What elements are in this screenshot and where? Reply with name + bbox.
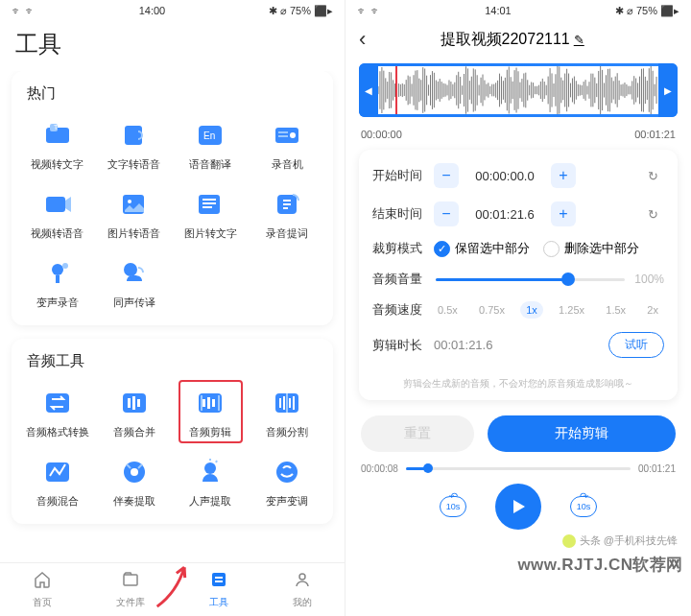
nav-tools[interactable]: 工具 bbox=[209, 570, 228, 609]
svg-point-42 bbox=[204, 462, 216, 474]
svg-point-41 bbox=[131, 468, 138, 476]
prompter-icon bbox=[270, 187, 304, 222]
svg-rect-16 bbox=[203, 206, 212, 208]
profile-icon bbox=[293, 570, 312, 594]
svg-point-48 bbox=[299, 574, 305, 580]
forward-10s-button[interactable]: 10s↷ bbox=[570, 496, 597, 517]
speed-option[interactable]: 1.5x bbox=[600, 301, 631, 319]
svg-point-43 bbox=[276, 462, 298, 483]
tool-prompter[interactable]: 录音提词 bbox=[249, 181, 325, 247]
trim-handle-left[interactable]: ◀ bbox=[359, 63, 378, 117]
preview-button[interactable]: 试听 bbox=[608, 332, 664, 358]
section-card: 音频工具音频格式转换音频合并音频剪辑音频分割音频混合伴奏提取人声提取变声变调 bbox=[12, 339, 333, 524]
back-button[interactable]: ‹ bbox=[359, 27, 366, 52]
tool-video-to-text[interactable]: T视频转文字 bbox=[19, 112, 96, 178]
rewind-10s-button[interactable]: 10s↶ bbox=[440, 496, 466, 517]
tool-label: 视频转语音 bbox=[31, 226, 83, 241]
svg-rect-47 bbox=[215, 580, 223, 582]
nav-label: 我的 bbox=[293, 596, 312, 609]
svg-rect-14 bbox=[203, 199, 216, 201]
tool-label: 视频转文字 bbox=[31, 157, 83, 172]
reset-button[interactable]: 重置 bbox=[361, 415, 474, 452]
tool-audio-convert[interactable]: 音频格式转换 bbox=[19, 380, 96, 445]
speed-option[interactable]: 0.75x bbox=[473, 301, 511, 319]
tool-audio-merge[interactable]: 音频合并 bbox=[96, 380, 173, 445]
tool-accompaniment[interactable]: 伴奏提取 bbox=[96, 449, 173, 514]
nav-files[interactable]: 文件库 bbox=[116, 570, 145, 609]
tool-label: 音频合并 bbox=[113, 425, 155, 439]
wifi-icon: ᯤ ᯤ bbox=[357, 5, 381, 16]
volume-value: 100% bbox=[634, 272, 664, 286]
svg-rect-15 bbox=[203, 202, 216, 204]
start-time-plus[interactable]: + bbox=[551, 163, 576, 188]
tool-audio-mix[interactable]: 音频混合 bbox=[19, 449, 96, 514]
interpret-icon bbox=[117, 256, 152, 291]
svg-rect-19 bbox=[56, 275, 60, 283]
tool-video-to-audio[interactable]: 视频转语音 bbox=[19, 181, 96, 247]
volume-slider[interactable] bbox=[436, 278, 625, 281]
nav-home[interactable]: 首页 bbox=[33, 570, 52, 609]
tool-image-to-audio[interactable]: 图片转语音 bbox=[96, 181, 173, 247]
progress-total: 00:01:21 bbox=[638, 463, 676, 474]
recorder-icon bbox=[270, 118, 304, 153]
end-time-label: 结束时间 bbox=[372, 205, 426, 223]
trim-handle-right[interactable]: ▶ bbox=[658, 63, 678, 117]
svg-rect-8 bbox=[278, 131, 288, 133]
tool-label: 录音机 bbox=[272, 157, 303, 172]
tool-pitch-shift[interactable]: 变声变调 bbox=[249, 449, 325, 514]
tool-voice-translate[interactable]: En语音翻译 bbox=[173, 112, 250, 178]
start-trim-button[interactable]: 开始剪辑 bbox=[488, 415, 676, 452]
tool-text-to-audio[interactable]: 文字转语音 bbox=[96, 112, 173, 178]
progress-slider[interactable] bbox=[406, 467, 631, 470]
tool-recorder[interactable]: 录音机 bbox=[249, 112, 325, 178]
svg-rect-35 bbox=[283, 396, 285, 410]
section-title: 热门 bbox=[19, 84, 325, 112]
video-to-audio-icon bbox=[40, 187, 75, 222]
tool-image-to-text[interactable]: 图片转文字 bbox=[173, 181, 250, 247]
speed-option[interactable]: 1x bbox=[520, 301, 543, 319]
playhead[interactable] bbox=[395, 66, 397, 114]
tool-audio-split[interactable]: 音频分割 bbox=[249, 380, 325, 445]
tool-voice-change-record[interactable]: 变声录音 bbox=[19, 250, 96, 316]
nav-profile[interactable]: 我的 bbox=[293, 570, 312, 609]
svg-rect-38 bbox=[286, 393, 288, 413]
play-button[interactable] bbox=[495, 484, 541, 530]
end-time-minus[interactable]: − bbox=[434, 201, 459, 226]
audio-mix-icon bbox=[40, 455, 75, 489]
svg-point-7 bbox=[290, 132, 296, 138]
tool-vocals[interactable]: 人声提取 bbox=[173, 449, 250, 514]
audio-convert-icon bbox=[40, 386, 75, 420]
svg-rect-34 bbox=[279, 398, 281, 408]
speed-option[interactable]: 2x bbox=[641, 301, 664, 319]
nav-label: 首页 bbox=[33, 596, 52, 609]
svg-rect-3 bbox=[125, 126, 142, 145]
vocals-icon bbox=[193, 455, 227, 489]
status-time: 14:00 bbox=[139, 5, 166, 16]
tool-audio-trim[interactable]: 音频剪辑 bbox=[173, 380, 250, 445]
start-time-minus[interactable]: − bbox=[434, 163, 459, 188]
hint-text: 剪辑会生成新的音频，不会对您的原音频造成影响哦～ bbox=[372, 371, 664, 392]
radio-delete[interactable]: 删除选中部分 bbox=[543, 240, 639, 257]
svg-point-21 bbox=[124, 263, 137, 276]
end-time-plus[interactable]: + bbox=[551, 201, 576, 226]
end-time-value: 00:01:21.6 bbox=[466, 207, 543, 222]
speed-option[interactable]: 0.5x bbox=[432, 301, 464, 319]
svg-rect-10 bbox=[46, 197, 65, 212]
svg-rect-22 bbox=[46, 393, 69, 413]
end-time-reset-icon[interactable]: ↻ bbox=[641, 202, 664, 225]
start-time-label: 开始时间 bbox=[372, 167, 426, 184]
speed-option[interactable]: 1.25x bbox=[553, 301, 590, 319]
audio-merge-icon bbox=[117, 386, 152, 420]
start-time-reset-icon[interactable]: ↻ bbox=[641, 164, 664, 187]
svg-text:T: T bbox=[54, 124, 59, 130]
tool-interpret[interactable]: 同声传译 bbox=[96, 250, 173, 316]
svg-rect-9 bbox=[278, 135, 288, 137]
waveform[interactable]: ◀ ▶ bbox=[359, 63, 678, 117]
image-to-audio-icon bbox=[117, 187, 152, 222]
status-bar: ᯤ ᯤ 14:00 ✱ ⌀ 75% ⬛▸ bbox=[0, 0, 345, 21]
voice-translate-icon: En bbox=[193, 118, 227, 153]
edit-title-icon[interactable]: ✎ bbox=[574, 33, 584, 47]
radio-keep[interactable]: ✓保留选中部分 bbox=[434, 240, 530, 257]
tool-label: 图片转文字 bbox=[184, 226, 237, 241]
svg-rect-44 bbox=[124, 575, 137, 585]
